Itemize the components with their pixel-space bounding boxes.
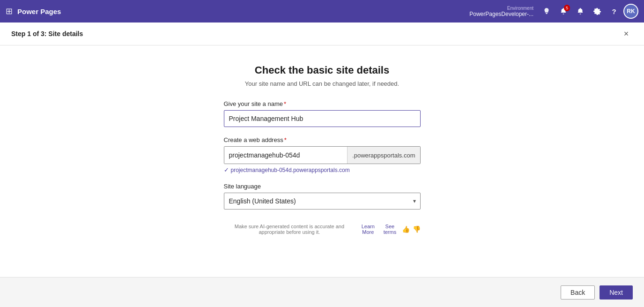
step-header: Step 1 of 3: Site details × [0, 22, 644, 45]
topnav-right: Environment PowerPagesDeveloper-... 5 ? … [469, 4, 638, 19]
ai-learn-more-link[interactable]: Learn More [358, 224, 378, 235]
page-title: Check the basic site details [224, 64, 421, 76]
ai-disclaimer: Make sure AI-generated content is accura… [224, 224, 421, 235]
environment-name: PowerPagesDeveloper-... [469, 11, 533, 17]
ai-disclaimer-text: Make sure AI-generated content is accura… [224, 224, 355, 235]
bell-button[interactable] [573, 4, 588, 19]
next-button[interactable]: Next [600, 285, 633, 300]
footer: Back Next [0, 277, 644, 307]
site-language-select[interactable]: English (United States) [224, 193, 421, 210]
thumbs-up-icon[interactable]: 👍 [402, 225, 410, 233]
thumbs-down-icon[interactable]: 👎 [413, 225, 421, 233]
lightbulb-button[interactable] [539, 4, 554, 19]
web-address-label: Create a web address* [224, 136, 421, 143]
site-language-field-group: Site language English (United States) ▾ [224, 183, 421, 210]
web-address-row: .powerappsportals.com [224, 146, 421, 164]
web-address-link: ✓ projectmanagehub-054d.powerappsportals… [224, 166, 421, 173]
site-name-label: Give your site a name* [224, 100, 421, 107]
web-address-input[interactable] [224, 147, 348, 164]
check-icon: ✓ [224, 166, 229, 173]
site-name-field-group: Give your site a name* [224, 100, 421, 127]
environment-label: Environment [507, 6, 533, 11]
site-name-required: * [284, 100, 286, 107]
back-button[interactable]: Back [561, 285, 595, 300]
form-container: Check the basic site details Your site n… [224, 64, 421, 235]
app-title: Power Pages [17, 7, 469, 15]
avatar[interactable]: RK [623, 4, 638, 19]
web-address-suffix: .powerappsportals.com [347, 147, 420, 164]
web-address-full-link[interactable]: projectmanagehub-054d.powerappsportals.c… [231, 167, 350, 173]
site-language-select-wrapper: English (United States) ▾ [224, 193, 421, 210]
environment-info: Environment PowerPagesDeveloper-... [469, 6, 533, 17]
ai-see-terms-link[interactable]: See terms [381, 224, 399, 235]
notification-button[interactable]: 5 [556, 4, 571, 19]
page-subtitle: Your site name and URL can be changed la… [224, 80, 421, 87]
settings-button[interactable] [590, 4, 605, 19]
web-address-field-group: Create a web address* .powerappsportals.… [224, 136, 421, 173]
close-button[interactable]: × [620, 27, 633, 40]
site-name-input[interactable] [224, 110, 421, 127]
main-content: Check the basic site details Your site n… [0, 45, 644, 277]
step-title: Step 1 of 3: Site details [11, 30, 83, 37]
help-button[interactable]: ? [607, 4, 622, 19]
notification-badge: 5 [564, 5, 570, 11]
web-address-required: * [284, 136, 287, 143]
top-navigation: ⊞ Power Pages Environment PowerPagesDeve… [0, 0, 644, 22]
site-language-label: Site language [224, 183, 421, 190]
grid-icon[interactable]: ⊞ [6, 6, 13, 16]
